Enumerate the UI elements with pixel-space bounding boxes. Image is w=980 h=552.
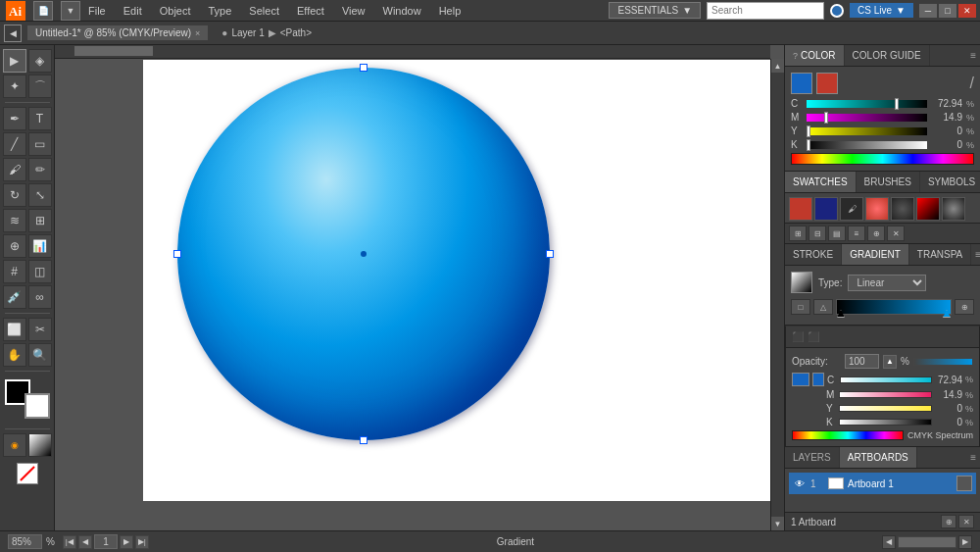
gradient-preview-swatch[interactable]	[791, 272, 812, 293]
nav-prev-button[interactable]: ◀	[78, 535, 92, 549]
gradient-ctrl-3[interactable]: ⊕	[955, 299, 974, 315]
warp-tool[interactable]: ≋	[3, 209, 26, 232]
zoom-input[interactable]	[8, 534, 42, 549]
opacity-slider[interactable]	[913, 358, 973, 366]
menu-window[interactable]: Window	[375, 3, 429, 19]
swatches-tab[interactable]: SWATCHES	[785, 172, 857, 192]
menu-effect[interactable]: Effect	[289, 3, 332, 19]
swatch-gradient-mixed[interactable]	[916, 197, 940, 221]
swatch-tool-2[interactable]: ⊟	[808, 226, 826, 241]
gradient-tool[interactable]: ◫	[28, 260, 52, 283]
swatch-tool-4[interactable]: ≡	[848, 226, 865, 241]
swatch-brush[interactable]: 🖌	[840, 197, 863, 221]
popup-slider-m[interactable]	[839, 391, 932, 398]
layers-tab[interactable]: LAYERS	[785, 447, 840, 468]
menu-help[interactable]: Help	[431, 3, 469, 19]
menu-file[interactable]: File	[80, 3, 114, 19]
fill-swatch[interactable]	[791, 73, 812, 94]
gradient-type-select[interactable]: Linear	[848, 275, 926, 291]
layer-visibility-icon[interactable]: 👁	[793, 477, 807, 490]
close-button[interactable]: ✕	[958, 4, 976, 18]
layers-new-button[interactable]: ⊕	[941, 515, 956, 528]
handle-top[interactable]	[360, 64, 368, 72]
nav-first-button[interactable]: |◀	[63, 535, 76, 549]
canvas-area[interactable]: ▲ ▼	[55, 45, 784, 530]
stroke-tab[interactable]: STROKE	[785, 244, 842, 265]
swatch-gradient-red[interactable]	[865, 197, 889, 221]
direct-selection-tool[interactable]: ◈	[28, 49, 52, 73]
slider-m[interactable]	[807, 114, 927, 122]
gradient-mode-button[interactable]	[28, 433, 52, 457]
scroll-down-button[interactable]: ▼	[771, 517, 784, 530]
stroke-color[interactable]	[24, 393, 50, 419]
nav-last-button[interactable]: ▶|	[135, 535, 149, 549]
gradient-ctrl-1[interactable]: □	[791, 299, 810, 315]
recent-files-icon[interactable]: ▼	[61, 1, 80, 21]
mesh-tool[interactable]: #	[3, 260, 26, 283]
gradient-tab[interactable]: GRADIENT	[842, 244, 909, 265]
popup-stroke-swatch[interactable]	[812, 373, 824, 386]
zoom-tool[interactable]: 🔍	[28, 343, 52, 367]
opacity-stepper[interactable]: ▲	[883, 355, 897, 369]
lasso-tool[interactable]: ⌒	[28, 75, 52, 98]
popup-slider-k[interactable]	[839, 419, 932, 426]
slice-tool[interactable]: ✂	[28, 318, 52, 341]
none-fill[interactable]	[17, 463, 38, 484]
popup-fill-swatch[interactable]	[792, 373, 809, 386]
stroke-swatch[interactable]	[816, 73, 838, 94]
rotate-tool[interactable]: ↻	[3, 183, 26, 207]
menu-object[interactable]: Object	[152, 3, 199, 19]
popup-slider-c[interactable]	[840, 376, 932, 383]
menu-edit[interactable]: Edit	[116, 3, 150, 19]
swatch-tool-3[interactable]: ▤	[828, 226, 846, 241]
layer-options-button[interactable]	[956, 476, 972, 491]
transparency-tab[interactable]: TRANSPA	[909, 244, 972, 265]
graph-tool[interactable]: 📊	[28, 234, 52, 258]
symbols-tab[interactable]: SYMBOLS	[920, 172, 980, 192]
swatch-gradient-dark[interactable]	[891, 197, 914, 221]
scroll-thumb-h[interactable]	[898, 536, 956, 548]
layers-panel-menu[interactable]: ≡	[966, 450, 980, 465]
color-tab[interactable]: ? COLOR	[785, 45, 845, 66]
vertical-scrollbar[interactable]: ▲ ▼	[770, 59, 784, 530]
handle-right[interactable]	[546, 250, 554, 258]
rect-tool[interactable]: ▭	[28, 132, 52, 156]
swatch-tool-1[interactable]: ⊞	[789, 226, 807, 241]
pen-tool[interactable]: ✒	[3, 107, 26, 130]
menu-type[interactable]: Type	[201, 3, 240, 19]
gradient-ctrl-2[interactable]: △	[813, 299, 833, 315]
swatch-red[interactable]	[789, 197, 812, 221]
paintbrush-tool[interactable]: 🖌	[3, 158, 26, 181]
menu-select[interactable]: Select	[241, 3, 287, 19]
color-guide-tab[interactable]: COLOR GUIDE	[845, 45, 930, 66]
swatch-tool-5[interactable]: ⊕	[867, 226, 885, 241]
document-tab[interactable]: Untitled-1* @ 85% (CMYK/Preview) ×	[27, 25, 208, 40]
selection-tool[interactable]: ▶	[3, 49, 26, 73]
swatch-darkblue[interactable]	[814, 197, 838, 221]
symbol-tool[interactable]: ⊕	[3, 234, 26, 258]
none-icon[interactable]: /	[970, 75, 974, 92]
color-panel-menu[interactable]: ≡	[966, 48, 980, 63]
tab-close-button[interactable]: ×	[195, 28, 200, 38]
layers-delete-button[interactable]: ✕	[958, 515, 974, 528]
menu-view[interactable]: View	[334, 3, 373, 19]
slider-k[interactable]	[807, 141, 927, 149]
popup-slider-y[interactable]	[839, 405, 932, 412]
artboard-tool[interactable]: ⬜	[3, 318, 26, 341]
scale-tool[interactable]: ⤡	[28, 183, 52, 207]
swatch-tool-6[interactable]: ✕	[887, 226, 905, 241]
type-tool[interactable]: T	[28, 107, 52, 130]
scroll-left-button[interactable]: ◀	[882, 535, 896, 549]
maximize-button[interactable]: □	[939, 4, 956, 18]
nav-next-button[interactable]: ▶	[120, 535, 133, 549]
free-transform-tool[interactable]: ⊞	[28, 209, 52, 232]
magic-wand-tool[interactable]: ✦	[3, 75, 26, 98]
slider-c[interactable]	[807, 100, 927, 108]
essentials-button[interactable]: ESSENTIALS ▼	[609, 2, 701, 19]
artboards-tab[interactable]: ARTBOARDS	[840, 447, 917, 468]
handle-left[interactable]	[173, 250, 181, 258]
hand-tool[interactable]: ✋	[3, 343, 26, 367]
brushes-tab[interactable]: BRUSHES	[857, 172, 920, 192]
gradient-panel-menu[interactable]: ≡	[971, 247, 980, 262]
eyedropper-tool[interactable]: 💉	[3, 285, 26, 309]
